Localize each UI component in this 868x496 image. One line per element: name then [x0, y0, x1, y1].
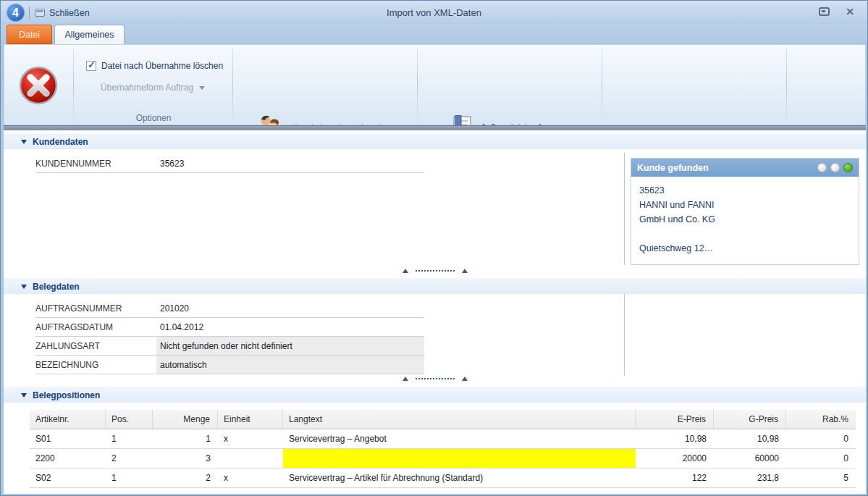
auftragsdatum-value[interactable]: 01.04.2012 [156, 318, 424, 336]
kunde-gefunden-title: Kunde gefunden [637, 163, 817, 173]
delete-file-checkbox[interactable] [86, 61, 96, 71]
abort-button[interactable] [18, 65, 59, 106]
col-header-gpreis[interactable]: G-Preis [714, 410, 786, 429]
belegdaten-title: Belegdaten [33, 282, 80, 292]
window-title: Import von XML-Daten [1, 7, 867, 18]
chevron-down-icon [199, 86, 205, 90]
ribbon-group-divider [602, 48, 602, 122]
kundendaten-title: Kundendaten [33, 137, 88, 147]
zahlungsart-label: ZAHLUNGSART [35, 337, 100, 355]
ribbon-group-divider [232, 48, 233, 122]
splitter-grip-icon [416, 270, 455, 272]
cell-rabatt[interactable]: 0 [786, 449, 856, 468]
cell-artikelnr[interactable]: 2200 [30, 449, 106, 468]
cell-gpreis[interactable]: 231,8 [714, 468, 786, 487]
col-header-einheit[interactable]: Einheit [218, 410, 283, 429]
ribbon: Datei nach Übernahme löschen Übernahmefo… [4, 44, 866, 125]
close-icon[interactable]: ✕ [846, 7, 854, 17]
section-header-kundendaten[interactable]: Kundendaten [4, 133, 866, 149]
col-header-epreis[interactable]: E-Preis [636, 410, 714, 429]
auftragsdatum-label: AUFTRAGSDATUM [35, 318, 113, 336]
content-area: Kundendaten KUNDENNUMMER 35623 Kunde gef… [4, 130, 866, 494]
col-header-rabatt[interactable]: Rab.% [786, 410, 856, 429]
ribbon-group-divider [786, 48, 787, 122]
kunde-gefunden-panel: Kunde gefunden 35623 HANNI und FANNI Gmb… [631, 158, 859, 265]
cell-rabatt[interactable]: 5 [786, 468, 856, 487]
cell-artikelnr[interactable]: S01 [30, 429, 106, 448]
kunde-gefunden-body: 35623 HANNI und FANNI GmbH und Co. KG Qu… [631, 177, 859, 264]
customer-name-line-1: HANNI und FANNI [639, 198, 853, 212]
cell-langtext[interactable]: Servicevertrag – Angebot [283, 429, 636, 448]
customer-street-line: Quietschweg 12… [639, 241, 853, 256]
col-header-artikelnr[interactable]: Artikelnr. [30, 410, 106, 429]
cell-artikelnr[interactable]: S02 [30, 468, 106, 487]
collapse-arrow-icon[interactable] [21, 140, 27, 144]
collapse-up-icon [462, 377, 468, 381]
zahlungsart-value: Nicht gefunden oder nicht definiert [156, 337, 424, 355]
field-row-zahlungsart: ZAHLUNGSART Nicht gefunden oder nicht de… [35, 337, 424, 356]
content-vertical-divider [624, 294, 625, 376]
auftragsnummer-label: AUFTRAGSNUMMER [35, 299, 122, 317]
status-light-green-icon [843, 163, 853, 172]
bezeichnung-label: BEZEICHNUNG [35, 356, 98, 374]
cell-einheit[interactable] [218, 449, 283, 468]
collapse-up-icon [403, 269, 408, 273]
col-header-langtext[interactable]: Langtext [283, 410, 636, 429]
titlebar: 4 Schließen Import von XML-Daten ✕ [1, 1, 867, 25]
ribbon-tabs: Datei Allgemeines [1, 25, 867, 44]
collapse-arrow-icon[interactable] [21, 393, 27, 398]
field-row-auftragsnummer: AUFTRAGSNUMMER 201020 [35, 299, 424, 318]
customer-name-line-2: GmbH und Co. KG [639, 212, 853, 227]
restore-window-icon[interactable] [819, 7, 830, 16]
optionen-group-label: Optionen [74, 113, 233, 123]
cell-epreis[interactable]: 20000 [636, 449, 714, 468]
tab-allgemeines[interactable]: Allgemeines [54, 25, 125, 44]
table-row[interactable]: S01 1 1 x Servicevertrag – Angebot 10,98… [30, 429, 856, 449]
section-header-belegdaten[interactable]: Belegdaten [4, 278, 866, 294]
table-header-row: Artikelnr. Pos. Menge Einheit Langtext E… [30, 410, 856, 429]
section-header-belegpositionen[interactable]: Belegpositionen [4, 387, 866, 403]
cell-einheit[interactable]: x [218, 468, 283, 487]
tab-datei[interactable]: Datei [7, 25, 52, 44]
cell-epreis[interactable]: 122 [636, 468, 714, 487]
kunde-gefunden-header: Kunde gefunden [631, 159, 859, 177]
cell-epreis[interactable]: 10,98 [636, 429, 714, 448]
blank-line [639, 227, 853, 241]
splitter-grip-icon [416, 378, 455, 379]
status-light-grey-icon [830, 163, 840, 172]
cell-einheit[interactable]: x [218, 429, 283, 448]
cell-gpreis[interactable]: 60000 [714, 449, 786, 468]
col-header-menge[interactable]: Menge [153, 410, 218, 429]
status-light-grey-icon [817, 163, 827, 172]
collapse-up-icon [403, 377, 408, 381]
kundennummer-value[interactable]: 35623 [156, 154, 424, 172]
cell-menge[interactable]: 1 [153, 429, 218, 448]
tab-datei-label: Datei [19, 30, 40, 40]
uebernahmeform-dropdown[interactable]: Übernahmeform Auftrag [101, 83, 205, 93]
collapse-up-icon [462, 269, 468, 273]
cell-pos[interactable]: 1 [106, 468, 153, 487]
ribbon-group-divider [73, 48, 74, 122]
kundennummer-label: KUNDENNUMMER [35, 154, 111, 172]
table-row[interactable]: S02 1 2 x Servicevertrag – Artikel für A… [30, 468, 856, 488]
cell-rabatt[interactable]: 0 [786, 429, 856, 448]
bezeichnung-value: automatisch [156, 356, 424, 374]
cell-gpreis[interactable]: 10,98 [714, 429, 786, 448]
section-splitter[interactable] [4, 374, 866, 383]
cell-menge[interactable]: 2 [153, 468, 218, 487]
auftragsnummer-value[interactable]: 201020 [156, 299, 424, 317]
delete-file-checkbox-label: Datei nach Übernahme löschen [101, 61, 223, 71]
section-splitter[interactable] [4, 266, 866, 275]
uebernahmeform-dropdown-label: Übernahmeform Auftrag [101, 83, 193, 93]
cell-pos[interactable]: 2 [106, 449, 153, 468]
cell-langtext-highlighted[interactable] [283, 449, 636, 468]
col-header-pos[interactable]: Pos. [106, 410, 153, 429]
collapse-arrow-icon[interactable] [21, 285, 27, 289]
field-row-bezeichnung: BEZEICHNUNG automatisch [35, 356, 424, 374]
app-window: 4 Schließen Import von XML-Daten ✕ Datei… [0, 0, 868, 496]
table-row[interactable]: 2200 2 3 20000 60000 0 [30, 449, 856, 468]
cell-menge[interactable]: 3 [153, 449, 218, 468]
cell-pos[interactable]: 1 [106, 429, 153, 448]
cell-langtext[interactable]: Servicevertrag – Artikel für Abrechnung … [283, 468, 636, 487]
red-x-icon [18, 65, 59, 106]
